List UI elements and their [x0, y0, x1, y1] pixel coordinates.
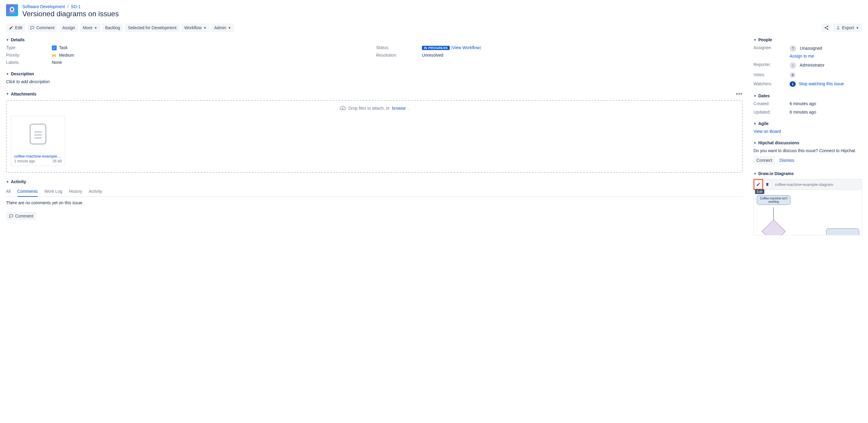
drop-text: Drop files to attach, or [348, 106, 390, 110]
assign-to-me-link[interactable]: Assign to me [789, 54, 814, 59]
export-icon [836, 26, 840, 30]
tab-all[interactable]: All [6, 187, 11, 196]
details-section: ▼ Details Type: ✓ Task Status: IN PROGRE… [6, 37, 743, 65]
breadcrumb: Software Development / SD-1 [22, 4, 119, 9]
assignee-value: Unassigned [800, 46, 822, 51]
priority-value: Medium [52, 53, 373, 58]
activity-title: Activity [11, 179, 26, 184]
browse-link[interactable]: browse [392, 106, 406, 110]
pencil-icon [756, 182, 761, 187]
hipchat-prompt: Do you want to discuss this issue? Conne… [753, 148, 862, 153]
more-button-label: More [83, 25, 93, 30]
watchers-label: Watchers: [753, 82, 789, 87]
issue-header: Software Development / SD-1 Versioned di… [6, 4, 862, 18]
flowchart-decision-node [762, 219, 785, 235]
hipchat-section: ▼ Hipchat discussions Do you want to dis… [753, 140, 862, 164]
export-button[interactable]: Export ▼ [833, 24, 862, 32]
type-value: ✓ Task [52, 45, 373, 50]
admin-button[interactable]: Admin ▼ [211, 24, 234, 32]
attachments-header[interactable]: ▼ Attachments ••• [6, 91, 743, 97]
status-badge: IN PROGRESS [422, 46, 450, 50]
more-button[interactable]: More ▼ [80, 24, 100, 32]
type-text: Task [59, 45, 68, 50]
chevron-down-icon: ▼ [753, 94, 756, 98]
drawio-header[interactable]: ▼ Draw.io Diagrams [753, 171, 862, 176]
dates-section: ▼ Dates Created: 6 minutes ago Updated: … [753, 93, 862, 115]
chevron-down-icon: ▼ [753, 172, 756, 175]
hipchat-dismiss-link[interactable]: Dismiss [779, 158, 794, 163]
diagram-delete-button[interactable] [763, 179, 772, 190]
backlog-button[interactable]: Backlog [102, 24, 123, 32]
people-section: ▼ People Assignee: ? Unassigned Assign t… [753, 37, 862, 87]
add-comment-label: Comment [15, 214, 33, 219]
drop-period: . [408, 106, 409, 110]
view-workflow-link[interactable]: View Workflow [452, 45, 479, 50]
attachments-more-icon[interactable]: ••• [736, 91, 743, 97]
attachment-size: 26 kB [53, 159, 62, 163]
people-header[interactable]: ▼ People [753, 37, 862, 42]
avatar-icon [789, 62, 796, 69]
updated-label: Updated: [753, 110, 789, 115]
breadcrumb-project[interactable]: Software Development [22, 4, 65, 9]
flowchart-process-node [826, 228, 859, 235]
chevron-down-icon: ▼ [6, 72, 9, 76]
attachment-name[interactable]: coffee-machine-example-diagram [14, 154, 62, 159]
svg-rect-5 [30, 124, 46, 144]
chevron-down-icon: ▼ [228, 26, 231, 30]
hipchat-connect-button[interactable]: Connect [753, 156, 775, 164]
attachments-dropzone[interactable]: Drop files to attach, or browse. coffee- [6, 100, 743, 173]
view-on-board-link[interactable]: View on Board [753, 129, 781, 134]
diagram-edit-button[interactable]: Edit [754, 179, 763, 190]
issue-toolbar: Edit Comment Assign More ▼ Backlog Selec… [6, 24, 862, 32]
created-value: 6 minutes ago [789, 101, 862, 106]
agile-header[interactable]: ▼ Agile [753, 121, 862, 126]
description-section: ▼ Description Click to add description [6, 71, 743, 84]
description-header[interactable]: ▼ Description [6, 71, 743, 76]
comment-icon [30, 26, 34, 30]
stop-watching-link[interactable]: Stop watching this issue [799, 82, 844, 86]
assignee-label: Assignee: [753, 45, 789, 59]
tab-comments[interactable]: Comments [18, 187, 38, 197]
attachment-card[interactable]: coffee-machine-example-diagram 1 minute … [11, 116, 65, 166]
task-icon: ✓ [52, 45, 57, 50]
diagram-name: coffee-machine-example-diagram [772, 182, 836, 187]
chevron-down-icon: ▼ [753, 141, 756, 144]
details-header[interactable]: ▼ Details [6, 37, 743, 42]
dropzone-hint: Drop files to attach, or browse. [11, 105, 738, 111]
dates-header[interactable]: ▼ Dates [753, 93, 862, 98]
pencil-icon [9, 26, 13, 30]
chevron-down-icon: ▼ [6, 92, 9, 96]
diagram-preview[interactable]: Coffee machine isn't working [754, 190, 862, 235]
description-placeholder[interactable]: Click to add description [6, 79, 743, 84]
status-label: Status: [376, 45, 418, 50]
svg-point-9 [792, 64, 794, 65]
share-button[interactable] [822, 24, 831, 32]
agile-section: ▼ Agile View on Board [753, 121, 862, 134]
comment-button[interactable]: Comment [27, 24, 58, 32]
reporter-label: Reporter: [753, 62, 789, 69]
labels-value: None [52, 60, 373, 65]
chevron-down-icon: ▼ [856, 26, 859, 30]
workflow-button[interactable]: Workflow ▼ [181, 24, 210, 32]
votes-count: 0 [789, 72, 796, 78]
edit-button-label: Edit [15, 25, 22, 30]
selected-for-dev-button[interactable]: Selected for Development [125, 24, 179, 32]
type-label: Type: [6, 45, 48, 50]
edit-button[interactable]: Edit [6, 24, 25, 32]
attachment-age: 1 minute ago [14, 159, 35, 163]
attachments-section: ▼ Attachments ••• Drop files to attach, … [6, 91, 743, 173]
chevron-down-icon: ▼ [753, 38, 756, 41]
tab-activity[interactable]: Activity [89, 187, 102, 196]
paren-close: ) [480, 45, 481, 50]
breadcrumb-issue-key[interactable]: SD-1 [71, 4, 81, 9]
hipchat-header[interactable]: ▼ Hipchat discussions [753, 140, 862, 145]
assign-button[interactable]: Assign [59, 24, 78, 32]
add-comment-button[interactable]: Comment [6, 212, 36, 220]
created-label: Created: [753, 101, 789, 106]
tab-history[interactable]: History [69, 187, 82, 196]
tab-worklog[interactable]: Work Log [44, 187, 62, 196]
admin-button-label: Admin [214, 25, 226, 30]
activity-header[interactable]: ▼ Activity [6, 179, 743, 184]
share-icon [824, 25, 829, 30]
comments-empty: There are no comments yet on this issue. [6, 200, 743, 205]
